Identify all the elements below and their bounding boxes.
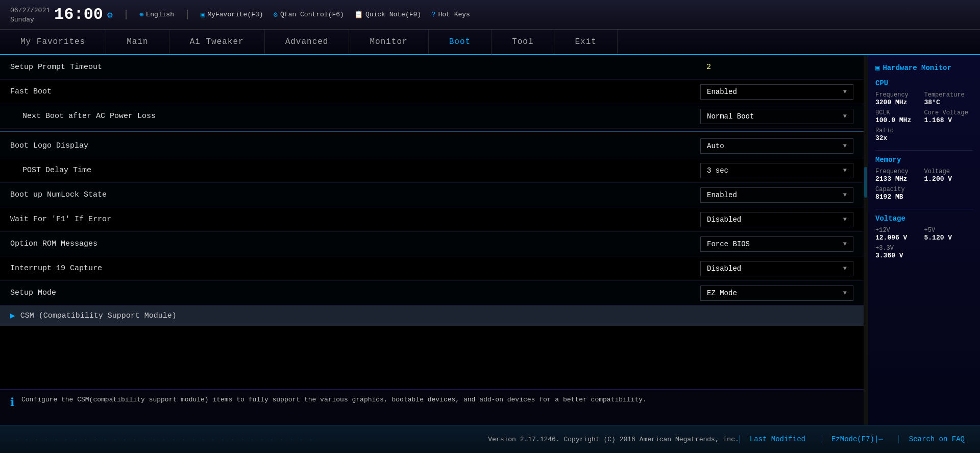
csm-section-header[interactable]: ▶ CSM (Compatibility Support Module): [0, 305, 864, 326]
setting-label-setup-prompt: Setup Prompt Timeout: [10, 63, 700, 71]
footer-left: · · · · · · · · · · · · · · · · · · · · …: [15, 435, 488, 444]
time-display: 16:00: [54, 5, 103, 24]
search-faq-button[interactable]: Search on FAQ: [898, 435, 965, 443]
setting-numlock: Boot up NumLock State Enabled ▼: [0, 183, 864, 207]
nav-main[interactable]: Main: [106, 30, 169, 54]
setting-next-boot: Next Boot after AC Power Loss Normal Boo…: [0, 104, 864, 129]
nav-advanced[interactable]: Advanced: [265, 30, 350, 54]
hw-mem-volt-label: Voltage: [924, 168, 973, 175]
date: 06/27/2021: [10, 7, 50, 14]
setting-label-post-delay: POST Delay Time: [10, 166, 700, 175]
dropdown-arrow-fast-boot: ▼: [843, 88, 847, 96]
setting-value-fast-boot[interactable]: Enabled ▼: [700, 84, 853, 100]
hw-cpu-row2: BCLK 100.0 MHz Core Voltage 1.168 V: [875, 109, 973, 124]
hw-cpu-freq-col: Frequency 3200 MHz: [875, 91, 924, 106]
setting-value-numlock[interactable]: Enabled ▼: [700, 187, 853, 203]
setting-fast-boot: Fast Boot Enabled ▼: [0, 80, 864, 104]
setting-label-boot-logo: Boot Logo Display: [10, 141, 700, 150]
last-modified-button[interactable]: Last Modified: [739, 435, 805, 443]
hw-mem-row2: Capacity 8192 MB: [875, 186, 973, 201]
setting-value-post-delay[interactable]: 3 sec ▼: [700, 163, 853, 178]
day: Sunday: [10, 16, 34, 23]
divider1: |: [123, 9, 129, 20]
dropdown-arrow-interrupt19: ▼: [843, 265, 847, 272]
setting-setup-mode: Setup Mode EZ Mode ▼: [0, 281, 864, 305]
hw-bclk-col: BCLK 100.0 MHz: [875, 109, 924, 124]
globe-icon: ⊕: [139, 10, 143, 19]
setting-label-wait-f1: Wait For 'F1' If Error: [10, 215, 700, 224]
ezmode-button[interactable]: EzMode(F7)|→: [821, 435, 883, 443]
datetime: 06/27/2021 Sunday 16:00 ⚙: [10, 5, 113, 24]
dropdown-arrow-setup-mode: ▼: [843, 290, 847, 297]
setting-label-interrupt19: Interrupt 19 Capture: [10, 264, 700, 273]
nav-exit[interactable]: Exit: [554, 30, 617, 54]
dropdown-arrow-boot-logo: ▼: [843, 142, 847, 150]
setting-value-option-rom[interactable]: Force BIOS ▼: [700, 236, 853, 252]
hw-mem-cap-label: Capacity: [875, 186, 973, 193]
hw-cpu-row1: Frequency 3200 MHz Temperature 38°C: [875, 91, 973, 106]
scrollbar[interactable]: [864, 55, 868, 425]
dropdown-arrow-wait-f1: ▼: [843, 216, 847, 223]
language-button[interactable]: ⊕ English: [139, 10, 174, 19]
infobar: ℹ Configure the CSM(compatibility suppor…: [0, 389, 864, 425]
nav-monitor[interactable]: Monitor: [349, 30, 428, 54]
setting-label-next-boot: Next Boot after AC Power Loss: [10, 112, 700, 121]
settings-table: Setup Prompt Timeout 2 Fast Boot Enabled…: [0, 55, 864, 326]
hw-monitor-title: ▣ Hardware Monitor: [875, 63, 973, 72]
nav-boot[interactable]: Boot: [429, 30, 492, 55]
hw-cpu-freq-label: Frequency: [875, 91, 924, 99]
hw-divider2: [875, 209, 973, 209]
separator-1: [0, 131, 864, 132]
quicknote-button[interactable]: 📋 Quick Note(F9): [354, 10, 421, 19]
hw-cpu-freq-value: 3200 MHz: [875, 99, 924, 106]
hw-memory-title: Memory: [875, 156, 973, 164]
hardware-monitor-panel: ▣ Hardware Monitor CPU Frequency 3200 MH…: [868, 55, 980, 425]
nav-my-favorites[interactable]: My Favorites: [0, 30, 106, 54]
scroll-thumb[interactable]: [864, 167, 867, 198]
hw-voltage-title: Voltage: [875, 214, 973, 223]
nav-ai-tweaker[interactable]: Ai Tweaker: [169, 30, 265, 54]
csm-expand-icon: ▶: [10, 311, 15, 321]
hw-cpu-row3: Ratio 32x: [875, 127, 973, 142]
dropdown-arrow-numlock: ▼: [843, 192, 847, 199]
monitor-icon: ▣: [201, 10, 205, 19]
setting-value-wait-f1[interactable]: Disabled ▼: [700, 212, 853, 227]
hw-ratio-value: 32x: [875, 134, 973, 142]
dropdown-arrow-post-delay: ▼: [843, 167, 847, 174]
hw-corevolt-value: 1.168 V: [924, 116, 973, 124]
setting-interrupt19: Interrupt 19 Capture Disabled ▼: [0, 256, 864, 281]
question-icon: ?: [431, 11, 435, 19]
setting-setup-prompt-timeout: Setup Prompt Timeout 2: [0, 55, 864, 80]
setting-label-fast-boot: Fast Boot: [10, 87, 700, 96]
hw-voltage-section: Voltage +12V 12.096 V +5V 5.120 V +3.3V …: [875, 214, 973, 259]
hw-volt-row1: +12V 12.096 V +5V 5.120 V: [875, 227, 973, 242]
setting-value-setup-prompt[interactable]: 2: [700, 60, 853, 75]
footer-right: Last Modified EzMode(F7)|→ Search on FAQ: [739, 435, 965, 443]
setting-wait-f1: Wait For 'F1' If Error Disabled ▼: [0, 207, 864, 232]
setting-label-option-rom: Option ROM Messages: [10, 240, 700, 248]
hw-cpu-section: CPU Frequency 3200 MHz Temperature 38°C …: [875, 79, 973, 142]
hotkeys-button[interactable]: ? Hot Keys: [431, 11, 470, 19]
hw-cpu-temp-value: 38°C: [924, 99, 973, 106]
main-wrapper: Setup Prompt Timeout 2 Fast Boot Enabled…: [0, 55, 980, 453]
setting-value-setup-mode[interactable]: EZ Mode ▼: [700, 285, 853, 301]
navbar: My Favorites Main Ai Tweaker Advanced Mo…: [0, 30, 980, 55]
hw-33v-col: +3.3V 3.360 V: [875, 245, 973, 259]
hw-mem-cap-value: 8192 MB: [875, 193, 973, 201]
hw-33v-value: 3.360 V: [875, 252, 973, 259]
divider2: |: [184, 9, 190, 20]
setting-post-delay: POST Delay Time 3 sec ▼: [0, 158, 864, 183]
setting-value-next-boot[interactable]: Normal Boot ▼: [700, 109, 853, 124]
myfavorite-button[interactable]: ▣ MyFavorite(F3): [201, 10, 263, 19]
nav-tool[interactable]: Tool: [492, 30, 554, 54]
qfan-button[interactable]: ⚙ Qfan Control(F6): [274, 10, 344, 19]
version-text: Version 2.17.1246. Copyright (C) 2016 Am…: [488, 436, 739, 443]
setting-value-boot-logo[interactable]: Auto ▼: [700, 138, 853, 154]
content-area: Setup Prompt Timeout 2 Fast Boot Enabled…: [0, 55, 864, 425]
hw-mem-freq-col: Frequency 2133 MHz: [875, 168, 924, 183]
info-icon: ℹ: [10, 396, 14, 410]
setting-value-interrupt19[interactable]: Disabled ▼: [700, 261, 853, 276]
hw-5v-label: +5V: [924, 227, 973, 234]
settings-scroll[interactable]: Setup Prompt Timeout 2 Fast Boot Enabled…: [0, 55, 864, 389]
hw-mem-freq-value: 2133 MHz: [875, 175, 924, 183]
